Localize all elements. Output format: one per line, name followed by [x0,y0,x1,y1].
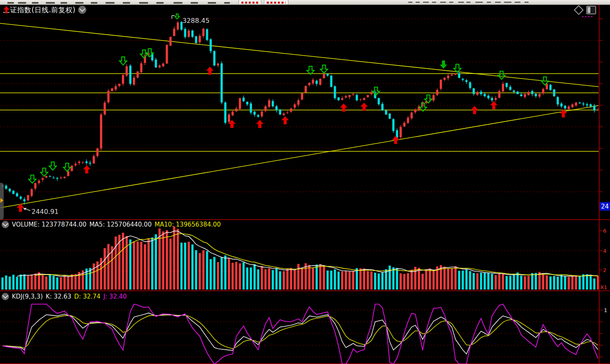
collapse-kdj-panel-button[interactable] [2,293,9,300]
volume-axis-label: 2 [603,267,606,273]
magenta-dots-indicator: •••• [582,15,594,19]
volume-axis-label: 4 [603,248,606,254]
volume-value-label: VOLUME: 123778744.00 [12,221,86,228]
left-drawer-expander[interactable] [0,183,4,220]
volume-chart-canvas[interactable]: 642X1 [0,219,610,291]
kdj-axis-label: 1 [604,307,607,313]
svg-text:2440.91: 2440.91 [32,208,59,216]
volume-ma10-label: MA10: 139656384.00 [155,221,221,228]
expand-right-icon [0,198,3,203]
collapse-volume-panel-button[interactable] [2,221,9,228]
kdj-d-label: D: 32.74 [74,293,100,300]
trend-up-arrow-icon [3,6,10,14]
volume-ma5-label: MA5: 125706440.00 [89,221,151,228]
chart-title: 上证指数(日线.前复权) [3,5,76,15]
kdj-chart-canvas[interactable]: 1 [0,291,610,364]
kdj-k-label: K: 32.63 [46,293,72,300]
svg-text:24: 24 [601,203,609,210]
svg-text:3288.45: 3288.45 [182,17,209,25]
volume-axis-label: 6 [603,228,606,234]
diamond-tool-icon[interactable] [574,5,583,15]
kdj-j-label: J: 32.40 [104,293,127,300]
split-window-icon[interactable] [586,6,596,14]
trading-terminal-window: 3288.452440.9124 642X1 1 上证指数(日线.前复权) ••… [0,0,610,364]
svg-text:X1: X1 [600,284,607,290]
price-chart-canvas[interactable]: 3288.452440.9124 [0,0,610,219]
collapse-main-panel-button[interactable] [78,6,86,14]
kdj-name-label: KDJ(9,3,3) [12,293,43,300]
